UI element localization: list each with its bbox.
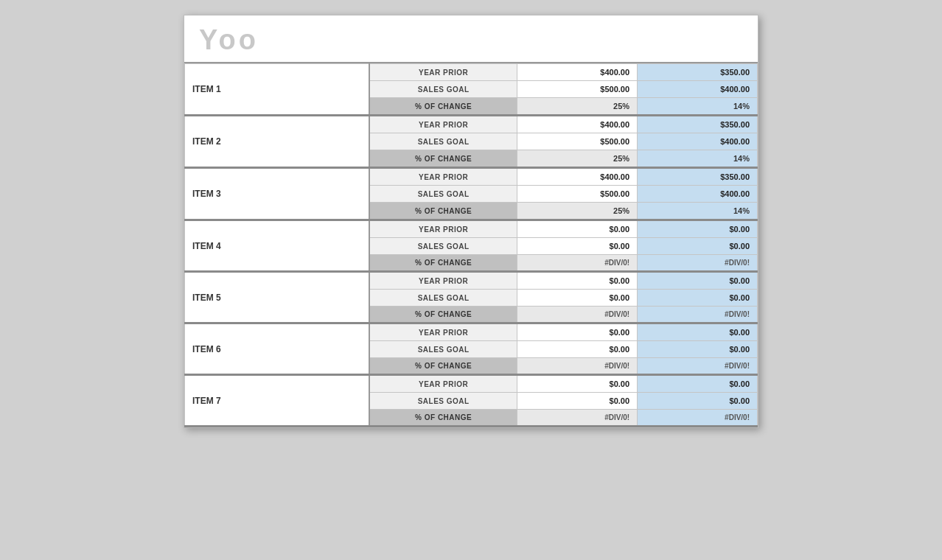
table-row: ITEM 1 YEAR PRIOR $400.00 $350.00 <box>185 64 758 81</box>
year-prior-col1: $400.00 <box>517 116 638 133</box>
table-row: ITEM 5 YEAR PRIOR $0.00 $0.00 <box>185 272 758 290</box>
year-prior-col2: $350.00 <box>638 64 758 81</box>
pct-change-label: % OF CHANGE <box>369 358 517 375</box>
table-row: ITEM 2 YEAR PRIOR $400.00 $350.00 <box>185 116 758 133</box>
pct-change-col1: 25% <box>517 98 638 116</box>
pct-change-label: % OF CHANGE <box>369 98 517 116</box>
sales-goal-col2: $0.00 <box>638 393 758 410</box>
sales-goal-col2: $0.00 <box>638 341 758 358</box>
sales-goal-col1: $500.00 <box>517 81 638 98</box>
pct-change-col1: #DIV/0! <box>517 358 638 375</box>
sales-goal-col2: $400.00 <box>638 133 758 150</box>
sales-goal-col1: $500.00 <box>517 186 638 203</box>
table-row: ITEM 3 YEAR PRIOR $400.00 $350.00 <box>185 168 758 186</box>
pct-change-col2: 14% <box>638 150 758 168</box>
year-prior-col1: $0.00 <box>517 220 638 238</box>
table-row: ITEM 4 YEAR PRIOR $0.00 $0.00 <box>185 220 758 238</box>
pct-change-label: % OF CHANGE <box>369 255 517 272</box>
sales-goal-col1: $0.00 <box>517 341 638 358</box>
sales-goal-label: SALES GOAL <box>369 133 517 150</box>
year-prior-label: YEAR PRIOR <box>369 116 517 133</box>
item-label: ITEM 2 <box>185 116 370 168</box>
spreadsheet-container: Yoo ITEM 1 YEAR PRIOR $400.00 $350.00 SA… <box>184 15 758 428</box>
pct-change-label: % OF CHANGE <box>369 203 517 220</box>
pct-change-col1: #DIV/0! <box>517 410 638 427</box>
data-table: ITEM 1 YEAR PRIOR $400.00 $350.00 SALES … <box>184 63 758 427</box>
pct-change-col1: #DIV/0! <box>517 307 638 323</box>
sales-goal-col1: $0.00 <box>517 238 638 255</box>
sales-goal-label: SALES GOAL <box>369 81 517 98</box>
sales-goal-label: SALES GOAL <box>369 290 517 307</box>
pct-change-col2: #DIV/0! <box>638 358 758 375</box>
sales-goal-label: SALES GOAL <box>369 238 517 255</box>
sales-goal-col2: $400.00 <box>638 186 758 203</box>
item-label: ITEM 7 <box>185 375 370 427</box>
sales-goal-col1: $0.00 <box>517 290 638 307</box>
pct-change-col2: 14% <box>638 98 758 116</box>
item-label: ITEM 1 <box>185 64 370 116</box>
item-label: ITEM 4 <box>185 220 370 272</box>
sales-goal-col2: $0.00 <box>638 238 758 255</box>
year-prior-label: YEAR PRIOR <box>369 168 517 186</box>
pct-change-col2: #DIV/0! <box>638 410 758 427</box>
year-prior-col1: $400.00 <box>517 168 638 186</box>
pct-change-label: % OF CHANGE <box>369 307 517 323</box>
year-prior-col1: $0.00 <box>517 272 638 290</box>
pct-change-col2: #DIV/0! <box>638 255 758 272</box>
year-prior-col2: $0.00 <box>638 272 758 290</box>
year-prior-label: YEAR PRIOR <box>369 272 517 290</box>
year-prior-col2: $0.00 <box>638 375 758 393</box>
pct-change-col1: #DIV/0! <box>517 255 638 272</box>
watermark-text: Yoo <box>199 24 743 56</box>
year-prior-col1: $400.00 <box>517 64 638 81</box>
pct-change-label: % OF CHANGE <box>369 150 517 168</box>
sales-goal-label: SALES GOAL <box>369 341 517 358</box>
year-prior-label: YEAR PRIOR <box>369 64 517 81</box>
pct-change-col1: 25% <box>517 203 638 220</box>
sales-goal-col2: $0.00 <box>638 290 758 307</box>
table-row: ITEM 7 YEAR PRIOR $0.00 $0.00 <box>185 375 758 393</box>
year-prior-col2: $0.00 <box>638 323 758 341</box>
pct-change-col2: 14% <box>638 203 758 220</box>
year-prior-col1: $0.00 <box>517 323 638 341</box>
pct-change-col1: 25% <box>517 150 638 168</box>
item-label: ITEM 5 <box>185 272 370 323</box>
year-prior-col1: $0.00 <box>517 375 638 393</box>
pct-change-label: % OF CHANGE <box>369 410 517 427</box>
item-label: ITEM 6 <box>185 323 370 375</box>
pct-change-col2: #DIV/0! <box>638 307 758 323</box>
sales-goal-label: SALES GOAL <box>369 186 517 203</box>
sales-goal-label: SALES GOAL <box>369 393 517 410</box>
year-prior-col2: $0.00 <box>638 220 758 238</box>
year-prior-col2: $350.00 <box>638 116 758 133</box>
sales-goal-col1: $500.00 <box>517 133 638 150</box>
year-prior-label: YEAR PRIOR <box>369 220 517 238</box>
year-prior-label: YEAR PRIOR <box>369 375 517 393</box>
table-row: ITEM 6 YEAR PRIOR $0.00 $0.00 <box>185 323 758 341</box>
item-label: ITEM 3 <box>185 168 370 220</box>
year-prior-col2: $350.00 <box>638 168 758 186</box>
sales-goal-col2: $400.00 <box>638 81 758 98</box>
sales-goal-col1: $0.00 <box>517 393 638 410</box>
header-area: Yoo <box>184 15 758 63</box>
year-prior-label: YEAR PRIOR <box>369 323 517 341</box>
